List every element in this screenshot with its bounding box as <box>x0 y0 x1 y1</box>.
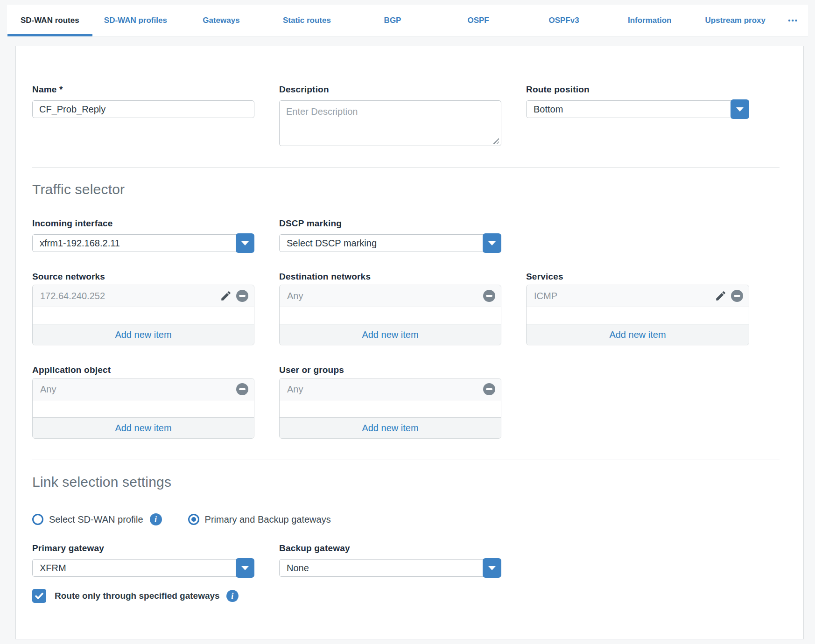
dscp-marking-select[interactable]: Select DSCP marking <box>279 234 501 252</box>
info-icon[interactable]: i <box>226 590 239 602</box>
section-divider <box>32 167 780 168</box>
destination-networks-label: Destination networks <box>279 272 501 282</box>
list-item-value: Any <box>287 384 483 395</box>
remove-minus-icon[interactable] <box>731 290 743 302</box>
route-position-label: Route position <box>526 84 749 95</box>
backup-gateway-value: None <box>287 563 309 574</box>
tab-ospfv3[interactable]: OSPFv3 <box>521 5 607 36</box>
description-field-group: Description <box>279 84 501 148</box>
edit-pencil-icon[interactable] <box>715 290 727 302</box>
radio-primary-backup-gateways[interactable] <box>188 514 199 525</box>
backup-gateway-label: Backup gateway <box>279 543 501 553</box>
list-item: Any <box>33 378 254 400</box>
name-field-group: Name * <box>32 84 254 118</box>
tabs-overflow-ellipsis-icon[interactable]: ••• <box>778 5 808 36</box>
chevron-down-icon[interactable] <box>483 558 501 578</box>
add-new-item-button[interactable]: Add new item <box>527 324 749 345</box>
route-position-field-group: Route position Bottom <box>526 84 749 118</box>
remove-minus-icon[interactable] <box>236 383 248 395</box>
application-object-label: Application object <box>32 365 254 375</box>
list-item: Any <box>280 285 501 307</box>
tab-gateways[interactable]: Gateways <box>178 5 264 36</box>
checkmark-icon <box>34 591 44 601</box>
traffic-selector-heading: Traffic selector <box>32 181 780 198</box>
radio-select-sd-wan-profile[interactable] <box>32 514 43 525</box>
add-new-item-button[interactable]: Add new item <box>33 324 254 345</box>
listbox-empty-area <box>527 307 749 324</box>
user-or-groups-listbox: Any Add new item <box>279 378 501 439</box>
section-divider <box>32 460 780 460</box>
route-only-label[interactable]: Route only through specified gateways <box>55 591 220 601</box>
edit-pencil-icon[interactable] <box>220 290 232 302</box>
backup-gateway-field-group: Backup gateway None <box>279 543 501 577</box>
route-only-checkbox-row: Route only through specified gateways i <box>32 589 780 603</box>
add-new-item-button[interactable]: Add new item <box>280 417 501 438</box>
tab-upstream-proxy[interactable]: Upstream proxy <box>693 5 779 36</box>
tab-sd-wan-routes[interactable]: SD-WAN routes <box>7 5 93 36</box>
listbox-empty-area <box>280 400 501 417</box>
backup-gateway-select[interactable]: None <box>279 559 501 577</box>
general-fields-row: Name * Description Route position Bottom <box>32 84 780 148</box>
remove-minus-icon[interactable] <box>236 290 248 302</box>
description-textarea[interactable] <box>279 100 501 146</box>
name-label: Name * <box>32 84 254 95</box>
remove-minus-icon[interactable] <box>483 290 495 302</box>
services-listbox: ICMP Add new item <box>526 285 749 345</box>
destination-networks-group: Destination networks Any Add new item <box>279 272 501 345</box>
link-selection-heading: Link selection settings <box>32 473 780 491</box>
chevron-down-icon[interactable] <box>731 99 749 119</box>
dscp-marking-field-group: DSCP marking Select DSCP marking <box>279 218 501 252</box>
list-item: ICMP <box>527 285 749 307</box>
user-or-groups-group: User or groups Any Add new item <box>279 365 501 439</box>
primary-gateway-select[interactable]: XFRM <box>32 559 254 577</box>
route-position-value: Bottom <box>534 104 563 115</box>
chevron-down-icon[interactable] <box>236 233 254 253</box>
services-group: Services ICMP Add new item <box>526 272 749 345</box>
incoming-interface-value: xfrm1-192.168.2.11 <box>40 238 120 249</box>
primary-gateway-value: XFRM <box>40 563 66 574</box>
chevron-down-icon[interactable] <box>483 233 501 253</box>
radio-label[interactable]: Select SD-WAN profile <box>49 514 143 525</box>
chevron-down-icon[interactable] <box>236 558 254 578</box>
list-item: 172.64.240.252 <box>33 285 254 307</box>
remove-minus-icon[interactable] <box>483 383 495 395</box>
tab-information[interactable]: Information <box>607 5 693 36</box>
listbox-empty-area <box>33 400 254 417</box>
list-item-value: Any <box>287 291 483 301</box>
primary-gateway-label: Primary gateway <box>32 543 254 553</box>
application-object-listbox: Any Add new item <box>32 378 254 439</box>
description-label: Description <box>279 84 501 95</box>
info-icon[interactable]: i <box>150 513 162 525</box>
dscp-marking-value: Select DSCP marking <box>287 238 377 249</box>
services-label: Services <box>526 272 749 282</box>
add-new-item-button[interactable]: Add new item <box>33 417 254 438</box>
source-networks-listbox: 172.64.240.252 Add new item <box>32 285 254 345</box>
incoming-interface-field-group: Incoming interface xfrm1-192.168.2.11 <box>32 218 254 252</box>
dscp-marking-label: DSCP marking <box>279 218 501 229</box>
tab-ospf[interactable]: OSPF <box>436 5 521 36</box>
incoming-interface-select[interactable]: xfrm1-192.168.2.11 <box>32 234 254 252</box>
tab-static-routes[interactable]: Static routes <box>264 5 350 36</box>
list-item-value: ICMP <box>534 291 715 301</box>
incoming-interface-label: Incoming interface <box>32 218 254 229</box>
application-object-group: Application object Any Add new item <box>32 365 254 439</box>
destination-networks-listbox: Any Add new item <box>279 285 501 345</box>
route-position-select[interactable]: Bottom <box>526 100 749 118</box>
tab-sd-wan-profiles[interactable]: SD-WAN profiles <box>93 5 179 36</box>
link-mode-radio-group: Select SD-WAN profile i Primary and Back… <box>32 513 780 525</box>
name-input[interactable] <box>32 100 254 118</box>
source-networks-label: Source networks <box>32 272 254 282</box>
tab-bgp[interactable]: BGP <box>350 5 436 36</box>
add-new-item-button[interactable]: Add new item <box>280 324 501 345</box>
route-only-checkbox[interactable] <box>32 589 46 603</box>
app-user-row: Application object Any Add new item User… <box>32 365 780 439</box>
source-networks-group: Source networks 172.64.240.252 Add new i… <box>32 272 254 345</box>
list-item-value: Any <box>40 384 236 395</box>
list-item: Any <box>280 378 501 400</box>
interface-row: Incoming interface xfrm1-192.168.2.11 DS… <box>32 218 780 252</box>
listbox-empty-area <box>280 307 501 324</box>
gateways-row: Primary gateway XFRM Backup gateway None <box>32 543 780 577</box>
tab-bar: SD-WAN routes SD-WAN profiles Gateways S… <box>7 5 808 36</box>
sd-wan-route-form-panel: Name * Description Route position Bottom… <box>15 46 804 639</box>
radio-label[interactable]: Primary and Backup gateways <box>205 514 331 525</box>
